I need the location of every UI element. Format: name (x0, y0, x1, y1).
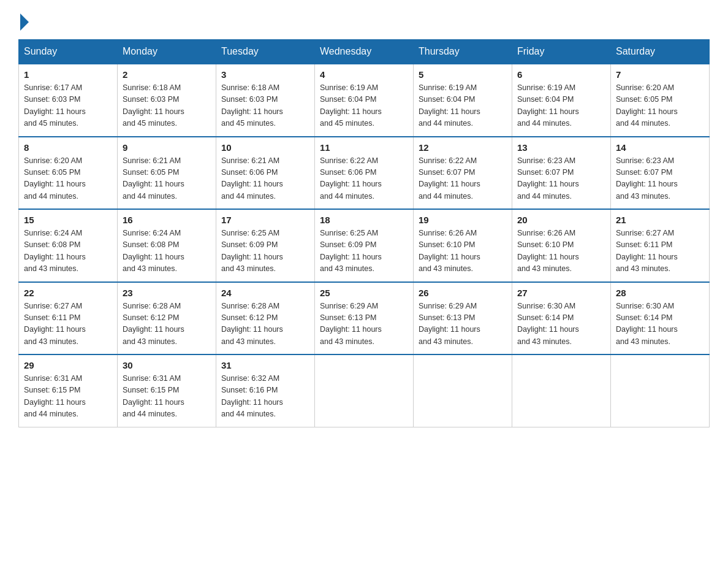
calendar-cell: 1Sunrise: 6:17 AMSunset: 6:03 PMDaylight… (19, 64, 118, 137)
day-number: 23 (123, 288, 211, 298)
day-info: Sunrise: 6:22 AMSunset: 6:07 PMDaylight:… (419, 155, 507, 203)
calendar-cell (315, 354, 414, 427)
day-number: 17 (221, 215, 309, 225)
header-tuesday: Tuesday (216, 40, 315, 64)
day-info: Sunrise: 6:19 AMSunset: 6:04 PMDaylight:… (419, 82, 507, 130)
day-number: 1 (24, 69, 112, 80)
calendar-cell: 11Sunrise: 6:22 AMSunset: 6:06 PMDayligh… (315, 137, 414, 210)
calendar-week-2: 8Sunrise: 6:20 AMSunset: 6:05 PMDaylight… (19, 137, 710, 210)
day-info: Sunrise: 6:28 AMSunset: 6:12 PMDaylight:… (123, 301, 211, 348)
day-number: 10 (221, 142, 309, 153)
day-info: Sunrise: 6:31 AMSunset: 6:15 PMDaylight:… (123, 373, 211, 421)
calendar-week-1: 1Sunrise: 6:17 AMSunset: 6:03 PMDaylight… (19, 64, 710, 137)
day-number: 31 (221, 360, 309, 370)
logo-arrow-icon (20, 13, 29, 31)
day-info: Sunrise: 6:20 AMSunset: 6:05 PMDaylight:… (24, 155, 112, 203)
day-info: Sunrise: 6:19 AMSunset: 6:04 PMDaylight:… (517, 82, 605, 130)
day-number: 30 (123, 360, 211, 370)
day-info: Sunrise: 6:18 AMSunset: 6:03 PMDaylight:… (221, 82, 309, 130)
calendar-cell: 10Sunrise: 6:21 AMSunset: 6:06 PMDayligh… (216, 137, 315, 210)
calendar-cell: 18Sunrise: 6:25 AMSunset: 6:09 PMDayligh… (315, 209, 414, 282)
day-info: Sunrise: 6:32 AMSunset: 6:16 PMDaylight:… (221, 373, 309, 421)
calendar-cell: 7Sunrise: 6:20 AMSunset: 6:05 PMDaylight… (611, 64, 710, 137)
day-info: Sunrise: 6:23 AMSunset: 6:07 PMDaylight:… (616, 155, 704, 203)
calendar-cell: 12Sunrise: 6:22 AMSunset: 6:07 PMDayligh… (414, 137, 512, 210)
calendar-cell: 31Sunrise: 6:32 AMSunset: 6:16 PMDayligh… (216, 354, 315, 427)
day-number: 3 (221, 69, 309, 80)
day-number: 24 (221, 288, 309, 298)
calendar-cell: 28Sunrise: 6:30 AMSunset: 6:14 PMDayligh… (611, 282, 710, 355)
day-number: 26 (419, 288, 507, 298)
day-info: Sunrise: 6:27 AMSunset: 6:11 PMDaylight:… (616, 228, 704, 275)
calendar-cell: 26Sunrise: 6:29 AMSunset: 6:13 PMDayligh… (414, 282, 512, 355)
day-info: Sunrise: 6:17 AMSunset: 6:03 PMDaylight:… (24, 82, 112, 130)
header-wednesday: Wednesday (315, 40, 414, 64)
day-number: 27 (517, 288, 605, 298)
day-info: Sunrise: 6:19 AMSunset: 6:04 PMDaylight:… (320, 82, 408, 130)
calendar-week-5: 29Sunrise: 6:31 AMSunset: 6:15 PMDayligh… (19, 354, 710, 427)
day-number: 5 (419, 69, 507, 80)
calendar-week-3: 15Sunrise: 6:24 AMSunset: 6:08 PMDayligh… (19, 209, 710, 282)
calendar-cell: 17Sunrise: 6:25 AMSunset: 6:09 PMDayligh… (216, 209, 315, 282)
day-info: Sunrise: 6:26 AMSunset: 6:10 PMDaylight:… (419, 228, 507, 275)
calendar-cell: 4Sunrise: 6:19 AMSunset: 6:04 PMDaylight… (315, 64, 414, 137)
calendar-cell: 15Sunrise: 6:24 AMSunset: 6:08 PMDayligh… (19, 209, 118, 282)
calendar-cell: 24Sunrise: 6:28 AMSunset: 6:12 PMDayligh… (216, 282, 315, 355)
day-info: Sunrise: 6:30 AMSunset: 6:14 PMDaylight:… (517, 301, 605, 348)
day-number: 22 (24, 288, 112, 298)
calendar-cell: 6Sunrise: 6:19 AMSunset: 6:04 PMDaylight… (512, 64, 611, 137)
calendar-week-4: 22Sunrise: 6:27 AMSunset: 6:11 PMDayligh… (19, 282, 710, 355)
day-info: Sunrise: 6:29 AMSunset: 6:13 PMDaylight:… (320, 301, 408, 348)
header-friday: Friday (512, 40, 611, 64)
day-number: 2 (123, 69, 211, 80)
header-monday: Monday (118, 40, 216, 64)
calendar-cell: 2Sunrise: 6:18 AMSunset: 6:03 PMDaylight… (118, 64, 216, 137)
day-info: Sunrise: 6:27 AMSunset: 6:11 PMDaylight:… (24, 301, 112, 348)
header-saturday: Saturday (611, 40, 710, 64)
calendar-cell: 13Sunrise: 6:23 AMSunset: 6:07 PMDayligh… (512, 137, 611, 210)
calendar-cell (414, 354, 512, 427)
day-info: Sunrise: 6:25 AMSunset: 6:09 PMDaylight:… (221, 228, 309, 275)
calendar-cell: 16Sunrise: 6:24 AMSunset: 6:08 PMDayligh… (118, 209, 216, 282)
calendar-cell: 5Sunrise: 6:19 AMSunset: 6:04 PMDaylight… (414, 64, 512, 137)
day-number: 8 (24, 142, 112, 153)
calendar-header-row: SundayMondayTuesdayWednesdayThursdayFrid… (19, 40, 710, 64)
day-number: 21 (616, 215, 704, 225)
calendar-cell: 21Sunrise: 6:27 AMSunset: 6:11 PMDayligh… (611, 209, 710, 282)
day-number: 19 (419, 215, 507, 225)
day-info: Sunrise: 6:21 AMSunset: 6:05 PMDaylight:… (123, 155, 211, 203)
day-info: Sunrise: 6:23 AMSunset: 6:07 PMDaylight:… (517, 155, 605, 203)
calendar-cell: 29Sunrise: 6:31 AMSunset: 6:15 PMDayligh… (19, 354, 118, 427)
day-number: 28 (616, 288, 704, 298)
day-number: 25 (320, 288, 408, 298)
calendar-cell: 8Sunrise: 6:20 AMSunset: 6:05 PMDaylight… (19, 137, 118, 210)
calendar-cell: 19Sunrise: 6:26 AMSunset: 6:10 PMDayligh… (414, 209, 512, 282)
logo (18, 12, 29, 28)
calendar-cell: 23Sunrise: 6:28 AMSunset: 6:12 PMDayligh… (118, 282, 216, 355)
calendar-cell: 22Sunrise: 6:27 AMSunset: 6:11 PMDayligh… (19, 282, 118, 355)
day-number: 9 (123, 142, 211, 153)
day-info: Sunrise: 6:28 AMSunset: 6:12 PMDaylight:… (221, 301, 309, 348)
day-number: 18 (320, 215, 408, 225)
calendar-cell: 27Sunrise: 6:30 AMSunset: 6:14 PMDayligh… (512, 282, 611, 355)
day-info: Sunrise: 6:29 AMSunset: 6:13 PMDaylight:… (419, 301, 507, 348)
day-number: 12 (419, 142, 507, 153)
day-number: 16 (123, 215, 211, 225)
day-number: 14 (616, 142, 704, 153)
day-info: Sunrise: 6:20 AMSunset: 6:05 PMDaylight:… (616, 82, 704, 130)
day-number: 15 (24, 215, 112, 225)
calendar-cell (611, 354, 710, 427)
calendar-cell: 25Sunrise: 6:29 AMSunset: 6:13 PMDayligh… (315, 282, 414, 355)
day-info: Sunrise: 6:31 AMSunset: 6:15 PMDaylight:… (24, 373, 112, 421)
calendar-cell (512, 354, 611, 427)
day-info: Sunrise: 6:26 AMSunset: 6:10 PMDaylight:… (517, 228, 605, 275)
calendar-table: SundayMondayTuesdayWednesdayThursdayFrid… (18, 39, 710, 427)
day-info: Sunrise: 6:21 AMSunset: 6:06 PMDaylight:… (221, 155, 309, 203)
header-thursday: Thursday (414, 40, 512, 64)
calendar-cell: 14Sunrise: 6:23 AMSunset: 6:07 PMDayligh… (611, 137, 710, 210)
calendar-cell: 30Sunrise: 6:31 AMSunset: 6:15 PMDayligh… (118, 354, 216, 427)
day-number: 20 (517, 215, 605, 225)
calendar-cell: 20Sunrise: 6:26 AMSunset: 6:10 PMDayligh… (512, 209, 611, 282)
day-number: 13 (517, 142, 605, 153)
day-number: 4 (320, 69, 408, 80)
